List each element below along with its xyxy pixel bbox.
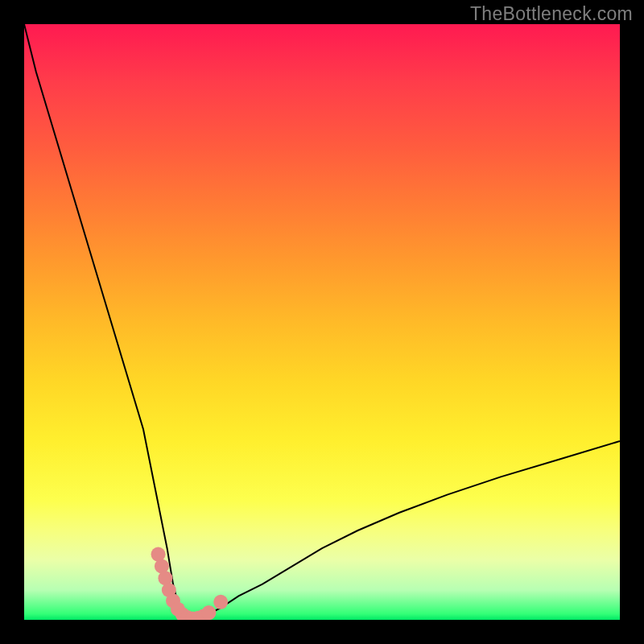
data-point-marker [201,605,216,620]
data-point-marker [213,595,228,609]
watermark-text: TheBottleneck.com [470,3,633,25]
marker-group [151,547,229,620]
bottleneck-curve [24,24,620,620]
plot-area [24,24,620,620]
chart-frame: TheBottleneck.com [0,0,644,644]
curve-layer [24,24,620,620]
